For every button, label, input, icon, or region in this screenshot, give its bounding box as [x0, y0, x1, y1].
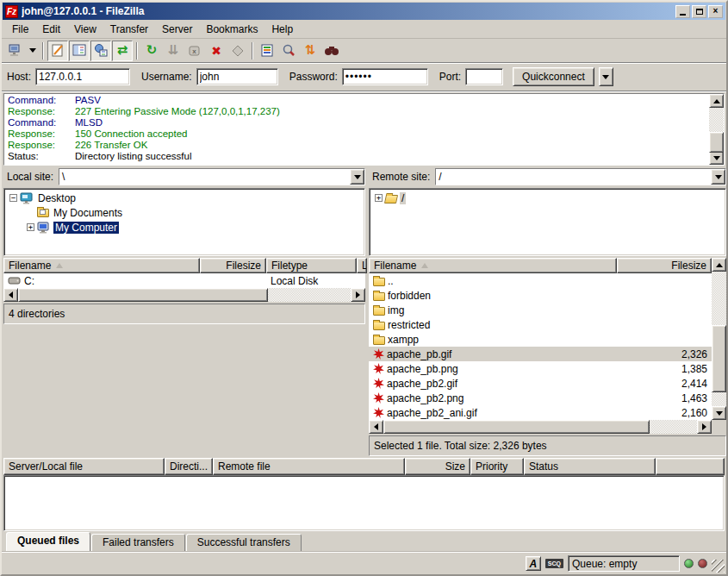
column-header-filename[interactable]: Filename [369, 258, 617, 273]
scroll-left-button[interactable] [3, 288, 18, 302]
menu-server[interactable]: Server [155, 22, 199, 37]
toggle-local-tree-button[interactable] [69, 41, 90, 61]
file-row[interactable]: apache_pb2.png1,463 [369, 391, 712, 405]
scroll-right-button[interactable] [697, 420, 712, 434]
column-header-status[interactable]: Status [524, 458, 656, 475]
menu-bookmarks[interactable]: Bookmarks [199, 22, 264, 37]
disconnect-button[interactable]: ✖ [206, 41, 227, 61]
speed-limit-icon[interactable]: SCQ [545, 559, 563, 568]
file-row[interactable]: .. [369, 273, 712, 288]
scrollbar-thumb[interactable] [712, 325, 726, 392]
file-row[interactable]: apache_pb2.gif2,414 [369, 376, 712, 391]
column-header-filetype[interactable]: Filetype [266, 258, 357, 273]
expand-icon[interactable]: + [375, 194, 383, 202]
tree-item-desktop[interactable]: − Desktop [4, 191, 364, 205]
scroll-right-button[interactable] [351, 288, 365, 302]
tab-queued-files[interactable]: Queued files [6, 532, 90, 551]
scroll-down-button[interactable] [712, 406, 726, 420]
file-row[interactable]: apache_pb.png1,385 [369, 361, 712, 376]
queue-list-area[interactable] [3, 475, 725, 531]
main-panes: Local site: \ − Desktop My Documents [2, 167, 726, 456]
scroll-down-button[interactable] [709, 151, 724, 165]
menu-help[interactable]: Help [264, 22, 300, 37]
scroll-up-button[interactable] [709, 94, 724, 108]
directory-comparison-button[interactable] [278, 41, 299, 61]
remote-horizontal-scrollbar[interactable] [369, 420, 712, 434]
file-row[interactable]: forbidden [369, 288, 712, 303]
scrollbar-thumb[interactable] [18, 288, 268, 302]
menu-file[interactable]: File [5, 22, 35, 37]
menubar: File Edit View Transfer Server Bookmarks… [2, 21, 726, 39]
titlebar[interactable]: Fz john@127.0.0.1 - FileZilla × [3, 3, 725, 20]
menu-transfer[interactable]: Transfer [103, 22, 155, 37]
tree-item-my-computer[interactable]: + My Computer [4, 220, 364, 235]
scrollbar-thumb[interactable] [383, 420, 650, 434]
tree-item-root[interactable]: + / [370, 191, 725, 205]
tab-failed-transfers[interactable]: Failed transfers [91, 534, 185, 551]
site-manager-icon [8, 43, 23, 59]
process-queue-button[interactable]: ⇊ [163, 41, 184, 61]
host-input[interactable] [35, 68, 130, 85]
menu-view[interactable]: View [67, 22, 103, 37]
scroll-up-button[interactable] [712, 258, 726, 272]
local-tree-icon [72, 43, 87, 58]
toggle-transfer-queue-button[interactable]: ⇄ [112, 41, 133, 61]
local-horizontal-scrollbar[interactable] [3, 288, 365, 302]
folder-icon [373, 336, 385, 345]
scrollbar-thumb[interactable] [709, 132, 724, 153]
quickconnect-dropdown-button[interactable] [599, 67, 613, 86]
column-header-filename[interactable]: Filename [3, 258, 200, 273]
scroll-left-button[interactable] [369, 420, 383, 434]
column-header-server-local-file[interactable]: Server/Local file [3, 458, 165, 475]
remote-site-combo[interactable]: / [435, 168, 726, 185]
password-input[interactable] [342, 68, 428, 85]
site-manager-button[interactable] [5, 41, 26, 61]
arrow-right-icon [702, 423, 706, 430]
local-site-combo[interactable]: \ [59, 168, 365, 185]
column-header-priority[interactable]: Priority [470, 458, 524, 475]
quickconnect-button[interactable]: Quickconnect [513, 67, 594, 86]
column-header-remote-file[interactable]: Remote file [213, 458, 405, 475]
close-button[interactable]: × [708, 5, 723, 18]
username-input[interactable] [196, 68, 278, 85]
file-row-selected[interactable]: apache_pb.gif2,326 [369, 347, 712, 361]
maximize-button[interactable] [692, 5, 706, 18]
expand-icon[interactable]: + [27, 223, 34, 231]
log-vertical-scrollbar[interactable] [709, 94, 724, 165]
queue-size-indicator: Queue: empty [568, 555, 680, 572]
file-row-c-drive[interactable]: C: Local Disk [3, 273, 365, 288]
file-row[interactable]: restricted [369, 317, 712, 332]
toggle-remote-tree-button[interactable] [90, 41, 111, 61]
toggle-message-log-button[interactable] [47, 41, 68, 61]
column-header-size[interactable]: Size [405, 458, 470, 475]
column-header-empty [656, 458, 725, 475]
menu-edit[interactable]: Edit [35, 22, 67, 37]
minimize-button[interactable] [675, 5, 690, 18]
remote-pane: Remote site: / + / Filename [369, 167, 726, 456]
reconnect-button[interactable] [227, 41, 248, 61]
resize-grip[interactable] [712, 560, 725, 573]
file-row[interactable]: img [369, 303, 712, 317]
column-header-filesize[interactable]: Filesize [617, 258, 712, 273]
local-site-dropdown-button[interactable] [350, 169, 364, 185]
remote-vertical-scrollbar[interactable] [712, 258, 726, 420]
find-files-button[interactable] [321, 41, 342, 61]
cancel-operation-button[interactable]: x [184, 41, 205, 61]
arrow-up-icon [713, 99, 720, 103]
transfer-type-indicator-icon[interactable]: A [526, 556, 541, 571]
column-header-filesize[interactable]: Filesize [200, 258, 266, 273]
tab-successful-transfers[interactable]: Successful transfers [186, 534, 302, 551]
collapse-icon[interactable]: − [9, 194, 17, 202]
local-site-row: Local site: \ [3, 167, 365, 186]
site-manager-dropdown-button[interactable] [27, 41, 39, 61]
remote-site-dropdown-button[interactable] [711, 169, 725, 185]
file-row[interactable]: apache_pb2_ani.gif2,160 [369, 405, 712, 420]
filezilla-logo-icon: Fz [5, 5, 18, 18]
filter-listing-button[interactable] [257, 41, 277, 61]
column-header-direction[interactable]: Directi... [165, 458, 213, 475]
tree-item-my-documents[interactable]: My Documents [4, 205, 364, 220]
port-input[interactable] [465, 68, 503, 85]
refresh-button[interactable]: ↻ [141, 41, 162, 61]
file-row[interactable]: xampp [369, 332, 712, 347]
synchronized-browsing-button[interactable]: ⇅ [300, 41, 320, 61]
